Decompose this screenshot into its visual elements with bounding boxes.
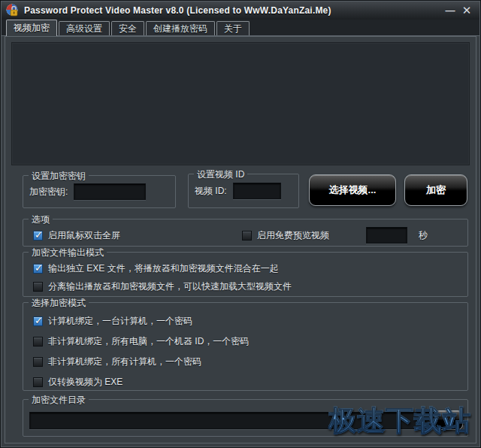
tab-create-play-password[interactable]: 创建播放密码 xyxy=(146,21,215,35)
free-preview-checkbox[interactable] xyxy=(242,231,252,241)
video-id-label: 视频 ID: xyxy=(195,185,227,198)
nonbind-one-password-label: 非计算机绑定，所有计算机，一个密码 xyxy=(48,356,201,368)
nonbind-one-password-checkbox[interactable] xyxy=(33,357,43,367)
preview-seconds-input[interactable] xyxy=(366,227,407,244)
tab-bar: 视频加密 高级设置 安全 创建播放密码 关于 xyxy=(2,20,479,36)
nonbind-machine-id-checkbox[interactable] xyxy=(33,337,43,347)
minimize-button[interactable]: — xyxy=(442,2,458,19)
select-video-button[interactable]: 选择视频... xyxy=(309,174,396,206)
tab-security[interactable]: 安全 xyxy=(111,21,144,35)
group-title: 选项 xyxy=(29,213,53,226)
tab-content-panel: 设置加密密钥 加密密钥: 设置视频 ID 视频 ID: 选择视频... 加密 选… xyxy=(5,36,476,443)
seconds-label: 秒 xyxy=(419,229,428,242)
single-exe-checkbox[interactable] xyxy=(33,264,43,274)
separate-output-label: 分离输出播放器和加密视频文件，可以快速加载大型视频文件 xyxy=(48,280,292,293)
separate-output-checkbox[interactable] xyxy=(33,282,43,292)
group-title: 加密文件输出模式 xyxy=(29,247,107,259)
tab-about[interactable]: 关于 xyxy=(216,21,250,35)
watermark-text: 极速下载站 xyxy=(328,402,471,440)
titlebar: Password Protect Video Master v8.0 (Lice… xyxy=(2,2,479,20)
window-title: Password Protect Video Master v8.0 (Lice… xyxy=(24,5,442,16)
encryption-key-label: 加密密钥: xyxy=(29,186,68,198)
group-title: 加密文件目录 xyxy=(29,394,89,407)
encryption-key-input[interactable] xyxy=(74,183,146,200)
free-preview-label: 启用免费预览视频 xyxy=(257,229,329,242)
tab-advanced-settings[interactable]: 高级设置 xyxy=(59,21,110,35)
convert-only-checkbox[interactable] xyxy=(33,377,43,387)
output-mode-group: 加密文件输出模式 输出独立 EXE 文件，将播放器和加密视频文件混合在一起 分离… xyxy=(23,252,468,297)
close-button[interactable]: ✕ xyxy=(458,2,475,19)
app-lock-icon xyxy=(6,4,20,17)
fullscreen-doubleclick-checkbox[interactable] xyxy=(33,231,43,241)
video-id-group: 设置视频 ID 视频 ID: xyxy=(188,174,299,208)
pc-bind-label: 计算机绑定，一台计算机，一个密码 xyxy=(48,315,192,328)
encrypt-button[interactable]: 加密 xyxy=(404,174,467,206)
single-exe-label: 输出独立 EXE 文件，将播放器和加密视频文件混合在一起 xyxy=(48,262,279,275)
convert-only-label: 仅转换视频为 EXE xyxy=(48,376,123,389)
group-title: 选择加密模式 xyxy=(29,297,89,310)
encrypt-mode-group: 选择加密模式 计算机绑定，一台计算机，一个密码 非计算机绑定，所有电脑，一个机器… xyxy=(23,302,468,391)
fullscreen-doubleclick-label: 启用鼠标双击全屏 xyxy=(48,229,120,242)
video-preview-area xyxy=(11,42,470,165)
pc-bind-checkbox[interactable] xyxy=(33,316,43,326)
options-group: 选项 启用鼠标双击全屏 启用免费预览视频 秒 xyxy=(23,219,468,247)
app-window: Password Protect Video Master v8.0 (Lice… xyxy=(0,0,481,448)
nonbind-machine-id-label: 非计算机绑定，所有电脑，一个机器 ID，一个密码 xyxy=(48,335,249,348)
tab-video-encrypt[interactable]: 视频加密 xyxy=(6,20,57,36)
video-id-input[interactable] xyxy=(233,183,281,199)
encryption-key-group: 设置加密密钥 加密密钥: xyxy=(23,175,176,208)
